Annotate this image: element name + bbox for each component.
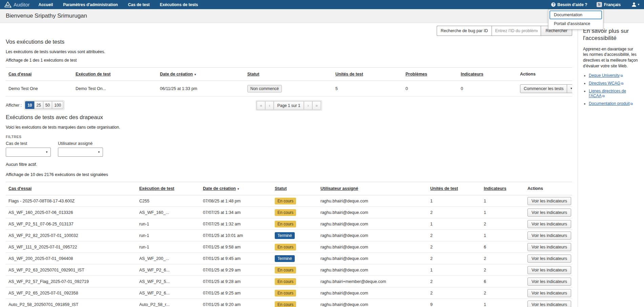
page-size-25-button[interactable]: 25	[34, 101, 43, 109]
col-header-cas-essai[interactable]: Cas d'essai	[8, 72, 32, 76]
col-header-indicateurs[interactable]: Indicateurs	[484, 186, 506, 191]
table-row: AS_WF_P2_65_2025-07-01_092358 AS_WF_P2_6…	[6, 287, 572, 299]
cell-created: 07/01/25 at 9:58 am	[203, 241, 275, 253]
col-header-date-creation[interactable]: Date de création	[160, 72, 193, 76]
sort-desc-icon: ▼	[237, 188, 240, 191]
cell-created: 07/01/25 at 9:25 am	[203, 287, 275, 299]
col-header-unites[interactable]: Unités de test	[335, 72, 363, 76]
view-flags-button[interactable]: Voir les indicateurs	[527, 278, 571, 286]
view-flags-button[interactable]: Voir les indicateurs	[527, 266, 571, 274]
view-flags-button[interactable]: Voir les indicateurs	[527, 301, 571, 307]
cell-case: AS_WF_111_9_2025-07-01_095722	[6, 241, 139, 253]
status-badge: En cours	[275, 267, 296, 273]
cell-case: AS_WF_P2_82_2025-07-01_100032	[6, 230, 139, 241]
link-lignes-directrices-acaa[interactable]: Lignes directrices de l'ACAA	[589, 89, 626, 98]
assigned-user-filter-select[interactable]: ▼	[58, 148, 103, 157]
col-header-indicateurs[interactable]: Indicateurs	[461, 72, 483, 76]
menu-item-portail-assistance[interactable]: Portail d'assistance	[549, 19, 602, 28]
col-header-problemes[interactable]: Problèmes	[406, 72, 427, 76]
col-header-statut[interactable]: Statut	[275, 186, 287, 191]
cell-case: AS_WF_P2_63_20250701_092901_IST	[6, 264, 139, 276]
start-tests-caret-button[interactable]: ▼	[567, 85, 572, 93]
nav-item-executions-de-tests[interactable]: Exécutions de tests	[160, 2, 198, 7]
language-button[interactable]: fr Français	[597, 2, 621, 7]
test-case-filter-select[interactable]: ▼	[6, 148, 51, 157]
user-menu-button[interactable]: ▼	[631, 2, 640, 7]
external-link-icon: ⧉	[630, 102, 633, 106]
filters-row: Cas de test ▼ Utilisateur assigné ▼	[6, 141, 572, 157]
view-flags-button[interactable]: Voir les indicateurs	[527, 232, 571, 240]
cell-units: 2	[430, 287, 484, 299]
cell-user: raghu.bhairi@deque.com	[320, 195, 430, 207]
menu-item-documentation[interactable]: Documentation	[549, 10, 602, 19]
pager-first-button[interactable]: «	[256, 101, 265, 110]
col-header-cas-essai[interactable]: Cas d'essai	[8, 186, 32, 191]
table-header-row: Cas d'essai Exécution de test Date de cr…	[6, 68, 572, 81]
axe-triangle-icon: ax	[4, 1, 12, 8]
table-row: Flags - 2025-07-08T08-17-43.600Z C255 07…	[6, 195, 572, 207]
link-deque-university[interactable]: Deque University	[589, 73, 620, 78]
learn-more-sidebar: En savoir plus sur l'accessibilité Appre…	[578, 23, 644, 307]
cell-run: Demo Test On...	[76, 81, 160, 96]
cell-created: 07/01/25 at 9:20 am	[203, 299, 275, 307]
cell-created: 07/07/25 at 1:32 am	[203, 218, 275, 230]
col-header-execution[interactable]: Exécution de test	[76, 72, 111, 76]
col-header-execution[interactable]: Exécution de test	[139, 186, 174, 191]
status-badge: Terminé	[275, 255, 295, 262]
list-item: Deque University⧉	[589, 73, 639, 78]
table-row: AS_WF_111_9_2025-07-01_095722 run-1 07/0…	[6, 241, 572, 253]
nav-item-parametres-administration[interactable]: Paramètres d'administration	[63, 2, 118, 7]
bug-search-input[interactable]	[492, 26, 541, 36]
start-tests-split-button: Commencer les tests ▼	[520, 84, 572, 93]
status-badge: Terminé	[275, 232, 295, 239]
cell-units: 2	[430, 230, 484, 241]
col-header-actions: Actions	[527, 186, 543, 191]
view-flags-button[interactable]: Voir les indicateurs	[527, 220, 571, 228]
nav-item-cas-de-test[interactable]: Cas de test	[128, 2, 150, 7]
pager-next-button[interactable]: ›	[304, 101, 313, 110]
cell-user: raghu.bhairi@deque.com	[320, 218, 430, 230]
view-flags-button[interactable]: Voir les indicateurs	[527, 255, 571, 263]
page-header: Bienvenue Sripathy Srimurugan	[0, 9, 644, 23]
your-runs-subtitle: Les exécutions de tests suivantes vous s…	[6, 49, 572, 54]
cell-created: 07/08/25 at 1:48 pm	[203, 195, 275, 207]
pager-prev-button[interactable]: ‹	[265, 101, 274, 110]
col-header-date-creation[interactable]: Date de création	[203, 186, 236, 191]
start-tests-button[interactable]: Commencer les tests	[520, 85, 567, 93]
help-button[interactable]: ? Besoin d'aide ?	[551, 2, 587, 7]
cell-run: run-1	[139, 230, 203, 241]
view-flags-button[interactable]: Voir les indicateurs	[527, 243, 571, 251]
nav-item-accueil[interactable]: Accueil	[39, 2, 53, 7]
col-header-statut[interactable]: Statut	[247, 72, 259, 76]
cell-run: run-1	[139, 218, 203, 230]
page-size-control: Afficher : 10 25 50 100	[6, 100, 64, 110]
your-runs-pagination: Afficher : 10 25 50 100 « ‹ Page 1 sur 1…	[6, 100, 572, 111]
link-directives-wcag[interactable]: Directives WCAG	[589, 81, 620, 86]
cell-user: raghu.bhairi+member@deque.com	[320, 276, 430, 287]
help-label: Besoin d'aide ?	[557, 2, 587, 7]
chevron-down-icon: ▼	[45, 151, 48, 154]
page-size-50-button[interactable]: 50	[43, 101, 52, 109]
page-size-10-button[interactable]: 10	[25, 101, 34, 109]
sidebar-links: Deque University⧉ Directives WCAG⧉ Ligne…	[589, 73, 639, 106]
brand-logo[interactable]: ax Auditor	[4, 1, 30, 8]
view-flags-button[interactable]: Voir les indicateurs	[527, 197, 571, 205]
filter-assigned-user-label: Utilisateur assigné	[58, 141, 103, 146]
pager-last-button[interactable]: »	[312, 101, 321, 110]
col-header-unites[interactable]: Unités de test	[430, 186, 458, 191]
view-flags-button[interactable]: Voir les indicateurs	[527, 289, 571, 297]
cell-case: Flags - 2025-07-08T08-17-43.600Z	[6, 195, 139, 207]
cell-created: 07/01/25 at 9:28 am	[203, 276, 275, 287]
cell-run: AS_WF_P2_6...	[139, 287, 203, 299]
cell-issues: 0	[406, 81, 461, 96]
cell-flags: 1	[484, 207, 527, 218]
cell-case: AS_WF_200_2025-07-01_094408	[6, 253, 139, 264]
view-flags-button[interactable]: Voir les indicateurs	[527, 209, 571, 217]
col-header-utilisateur[interactable]: Utilisateur assigné	[320, 186, 358, 191]
page-size-100-button[interactable]: 100	[52, 101, 63, 109]
cell-flags: 2	[484, 218, 527, 230]
filter-assigned-user: Utilisateur assigné ▼	[58, 141, 103, 157]
cell-units: 2	[430, 241, 484, 253]
link-documentation-produit[interactable]: Documentation produit	[589, 101, 630, 106]
language-flag-badge: fr	[597, 2, 602, 7]
